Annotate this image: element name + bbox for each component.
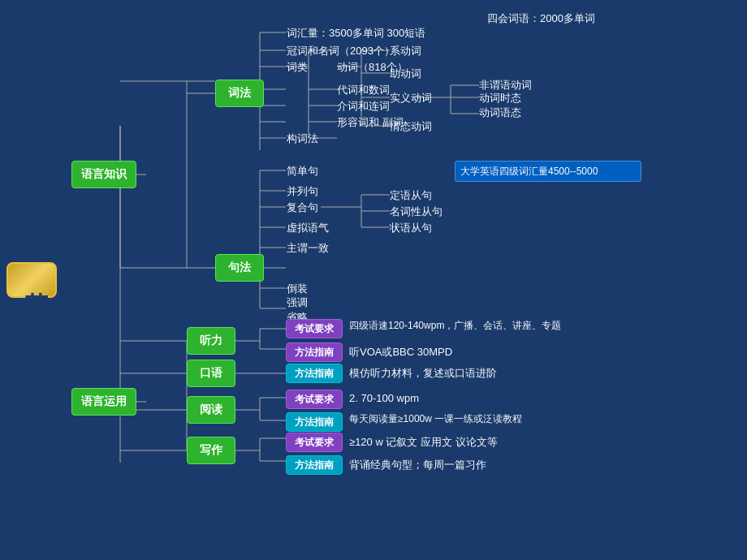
- xiezuo-kaoshi-box: 考试要求: [286, 433, 343, 452]
- zhudong-label: 助动词: [390, 67, 421, 81]
- tingli-box: 听力: [187, 327, 235, 355]
- dongshitai-label: 动词时态: [479, 91, 521, 106]
- dongyutai-label: 动词语态: [479, 106, 521, 120]
- zhuweidaozhi-label: 主谓一致: [287, 241, 329, 256]
- goucifa-label: 构词法: [287, 131, 318, 146]
- xiezuo-fangfa-box: 方法指南: [286, 455, 343, 475]
- yuyan-yunyong-box: 语言运用: [71, 388, 136, 416]
- fuhe-label: 复合句: [287, 200, 318, 215]
- xiezuo-kaoshi-text: ≥120 w 记叙文 应用文 议论文等: [349, 435, 498, 450]
- binglie-label: 并列句: [287, 184, 318, 199]
- qiangdiao-label: 强调: [287, 295, 308, 310]
- qingtai-label: 情态动词: [390, 119, 432, 134]
- daxue-highlight: 大学英语四级词汇量4500--5000: [455, 161, 641, 182]
- xuni-label: 虚拟语气: [287, 221, 329, 235]
- daici-label: 代词和数词: [337, 83, 390, 97]
- cifa-box: 词法: [215, 80, 264, 107]
- cilei-label: 词类: [287, 60, 308, 75]
- xidong-label: 系动词: [390, 44, 421, 58]
- yuedu-kaoshi-box: 考试要求: [286, 390, 343, 409]
- jiandan-label: 简单句: [287, 164, 318, 179]
- kouyu-fangfa-text: 模仿听力材料，复述或口语进阶: [349, 366, 497, 381]
- tingli-fangfa-text: 听VOA或BBC 30MPD: [349, 345, 452, 360]
- mingci-label: 名词性从句: [390, 205, 443, 219]
- daozhuang-label: 倒装: [287, 282, 308, 296]
- dingyu-label: 定语从句: [390, 188, 432, 203]
- kouyu-fangfa-box: 方法指南: [286, 364, 343, 383]
- guanci-label: 冠词和名词（2093个）: [287, 44, 395, 58]
- yuyan-zhishi-box: 语言知识: [71, 161, 136, 188]
- zhuangyu-label: 状语从句: [390, 221, 432, 235]
- xiezuo-box: 写作: [187, 437, 235, 464]
- tingli-kaoshi-box: 考试要求: [286, 319, 343, 338]
- tingli-fangfa-box: 方法指南: [286, 342, 343, 362]
- jufa-box: 句法: [215, 254, 264, 282]
- jieci-label: 介词和连词: [337, 99, 390, 114]
- kouyu-box: 口语: [187, 360, 235, 387]
- xiezuo-fangfa-text: 背诵经典句型；每周一篇习作: [349, 458, 486, 472]
- yuedu-fangfa-box: 方法指南: [286, 412, 343, 432]
- sihui-label: 四会词语：2000多单词: [487, 11, 595, 26]
- tingli-kaoshi-text: 四级语速120-140wpm，广播、会话、讲座、专题: [349, 319, 617, 333]
- shidong-label: 实义动词: [390, 91, 432, 106]
- yuedu-kaoshi-text: 2. 70-100 wpm: [349, 392, 419, 404]
- yuedu-fangfa-text: 每天阅读量≥1000w 一课一练或泛读教程: [349, 412, 625, 426]
- main-title: 英语语法: [6, 262, 57, 298]
- cihui-label: 词汇量：3500多单词 300短语: [287, 26, 425, 41]
- yuedu-box: 阅读: [187, 396, 235, 424]
